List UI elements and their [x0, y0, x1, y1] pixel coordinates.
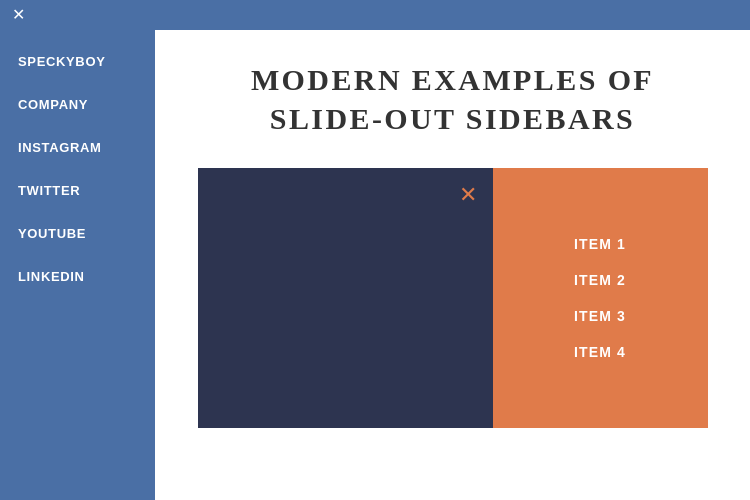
demo-nav-item-1[interactable]: ITEM 1	[493, 226, 708, 262]
close-icon-demo[interactable]: ✕	[459, 182, 477, 208]
demo-dark-panel: ✕	[198, 168, 493, 428]
sidebar: SPECKYBOY COMPANY INSTAGRAM TWITTER YOUT…	[0, 30, 155, 500]
demo-nav-panel: ITEM 1 ITEM 2 ITEM 3 ITEM 4	[493, 168, 708, 428]
sidebar-item-twitter[interactable]: TWITTER	[0, 169, 155, 212]
demo-nav-item-2[interactable]: ITEM 2	[493, 262, 708, 298]
close-icon-top[interactable]: ✕	[12, 7, 25, 23]
sidebar-item-company[interactable]: COMPANY	[0, 83, 155, 126]
top-bar: ✕	[0, 0, 750, 30]
sidebar-item-instagram[interactable]: INSTAGRAM	[0, 126, 155, 169]
main-content: MODERN EXAMPLES OF SLIDE-OUT SIDEBARS ✕ …	[155, 30, 750, 500]
demo-nav-item-4[interactable]: ITEM 4	[493, 334, 708, 370]
demo-nav-item-3[interactable]: ITEM 3	[493, 298, 708, 334]
demo-area: ✕ ITEM 1 ITEM 2 ITEM 3 ITEM 4	[198, 168, 708, 428]
sidebar-item-youtube[interactable]: YOUTUBE	[0, 212, 155, 255]
sidebar-item-linkedin[interactable]: LINKEDIN	[0, 255, 155, 298]
page-title: MODERN EXAMPLES OF SLIDE-OUT SIDEBARS	[251, 60, 654, 138]
sidebar-item-speckyboy[interactable]: SPECKYBOY	[0, 40, 155, 83]
